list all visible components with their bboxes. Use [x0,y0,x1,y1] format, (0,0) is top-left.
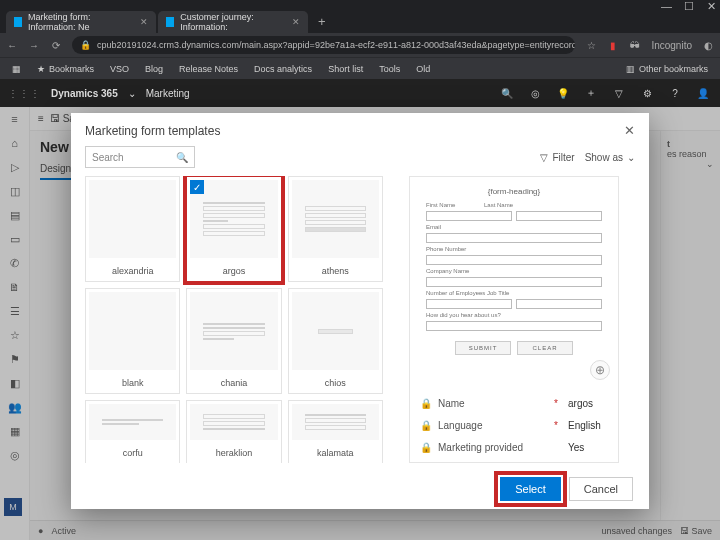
lock-icon: 🔒 [420,442,432,453]
preview-heading: {form-heading} [426,187,602,196]
template-name: chios [289,373,382,393]
template-name: alexandria [86,261,179,281]
maximize-icon[interactable]: ☐ [684,0,693,9]
check-icon: ✓ [190,180,204,194]
browser-tab[interactable]: Customer journey: Information:✕ [158,11,308,33]
add-icon[interactable]: ＋ [582,86,600,100]
bookmark-item[interactable]: ★ Bookmarks [31,62,100,76]
dialog-footer: Select Cancel [71,469,649,509]
search-icon: 🔍 [176,152,188,163]
template-card[interactable]: chios [288,288,383,394]
bookmark-item[interactable]: VSO [104,62,135,76]
prop-label: Marketing provided [438,442,548,453]
bookmarks-bar: ▦ ★ Bookmarks VSO Blog Release Notes Doc… [0,57,720,79]
product-name: Dynamics 365 [51,88,118,99]
template-name: corfu [86,443,179,463]
app-bar: ⋮⋮⋮ Dynamics 365 ⌄ Marketing 🔍 ◎ 💡 ＋ ▽ ⚙… [0,79,720,107]
filter-icon: ▽ [540,152,548,163]
bookmark-item[interactable]: Short list [322,62,369,76]
preview-properties: 🔒Name*argos 🔒Language*English 🔒Marketing… [410,388,618,462]
template-card[interactable]: corfu [85,400,180,463]
user-icon[interactable]: 👤 [694,88,712,99]
forward-icon[interactable]: → [28,40,40,51]
bookmark-item[interactable]: Blog [139,62,169,76]
chevron-down-icon[interactable]: ⌄ [128,88,136,99]
template-grid: alexandria ✓ argos athens blank chania c… [85,176,383,463]
template-card[interactable]: kalamata [288,400,383,463]
search-input[interactable]: Search 🔍 [85,146,195,168]
preview-image: {form-heading} First NameLast Name Email… [410,177,618,388]
close-tab-icon[interactable]: ✕ [140,17,148,27]
dialog-title: Marketing form templates [85,124,220,138]
template-card[interactable]: athens [288,176,383,282]
tab-label: Marketing form: Information: Ne [28,12,130,32]
template-name: athens [289,261,382,281]
bookmark-item[interactable]: Tools [373,62,406,76]
search-icon[interactable]: 🔍 [498,88,516,99]
incognito-label: Incognito [651,40,692,51]
template-card[interactable]: alexandria [85,176,180,282]
template-card-selected[interactable]: ✓ argos [186,176,281,282]
browser-tabs: Marketing form: Information: Ne✕ Custome… [0,9,720,33]
prop-label: Name [438,398,548,409]
bulb-icon[interactable]: 💡 [554,88,572,99]
close-window-icon[interactable]: ✕ [707,0,716,9]
template-name: argos [187,261,280,281]
prop-label: Language [438,420,548,431]
template-name: chania [187,373,280,393]
tab-label: Customer journey: Information: [180,12,282,32]
browser-tab[interactable]: Marketing form: Information: Ne✕ [6,11,156,33]
close-dialog-icon[interactable]: ✕ [624,123,635,138]
chevron-down-icon: ⌄ [627,152,635,163]
minimize-icon[interactable]: ― [661,0,670,9]
preview-panel: {form-heading} First NameLast Name Email… [409,176,619,463]
template-name: blank [86,373,179,393]
search-placeholder: Search [92,152,124,163]
area-name[interactable]: Marketing [146,88,190,99]
extension-icon[interactable]: ▮ [607,40,619,51]
favicon-icon [14,17,22,27]
bookmark-item[interactable]: Release Notes [173,62,244,76]
close-tab-icon[interactable]: ✕ [292,17,300,27]
url-text: cpub20191024.crm3.dynamics.com/main.aspx… [97,40,575,50]
address-bar-row: ← → ⟳ 🔒cpub20191024.crm3.dynamics.com/ma… [0,33,720,57]
other-bookmarks[interactable]: ▥ Other bookmarks [620,62,714,76]
template-card[interactable]: chania [186,288,281,394]
lock-icon: 🔒 [420,420,432,431]
prop-value: Yes [568,442,608,453]
filter-button[interactable]: ▽Filter [540,152,574,163]
bookmark-item[interactable]: Docs analytics [248,62,318,76]
template-card[interactable]: heraklion [186,400,281,463]
incognito-icon: 🕶 [629,40,641,51]
window-controls: ― ☐ ✕ [0,0,720,9]
reload-icon[interactable]: ⟳ [50,40,62,51]
star-icon[interactable]: ☆ [585,40,597,51]
assist-icon[interactable]: ◎ [526,88,544,99]
bookmark-item[interactable]: Old [410,62,436,76]
help-icon[interactable]: ? [666,88,684,99]
cancel-button[interactable]: Cancel [569,477,633,501]
zoom-icon[interactable]: ⊕ [590,360,610,380]
gear-icon[interactable]: ⚙ [638,88,656,99]
template-name: heraklion [187,443,280,463]
profile-icon[interactable]: ◐ [702,40,714,51]
select-button[interactable]: Select [500,477,561,501]
favicon-icon [166,17,174,27]
grid-scrollbar[interactable] [393,176,399,463]
preview-clear: CLEAR [517,341,573,355]
template-card[interactable]: blank [85,288,180,394]
lock-icon: 🔒 [420,398,432,409]
back-icon[interactable]: ← [6,40,18,51]
prop-value: English [568,420,608,431]
waffle-icon[interactable]: ⋮⋮⋮ [8,88,41,99]
filter-icon[interactable]: ▽ [610,88,628,99]
apps-icon[interactable]: ▦ [6,62,27,76]
template-picker-dialog: Marketing form templates ✕ Search 🔍 ▽Fil… [71,113,649,509]
preview-submit: SUBMIT [455,341,511,355]
address-bar[interactable]: 🔒cpub20191024.crm3.dynamics.com/main.asp… [72,36,575,54]
prop-value: argos [568,398,608,409]
new-tab-button[interactable]: + [310,10,334,33]
preview-scrollbar[interactable] [629,176,635,463]
template-name: kalamata [289,443,382,463]
show-as-button[interactable]: Show as⌄ [585,152,635,163]
